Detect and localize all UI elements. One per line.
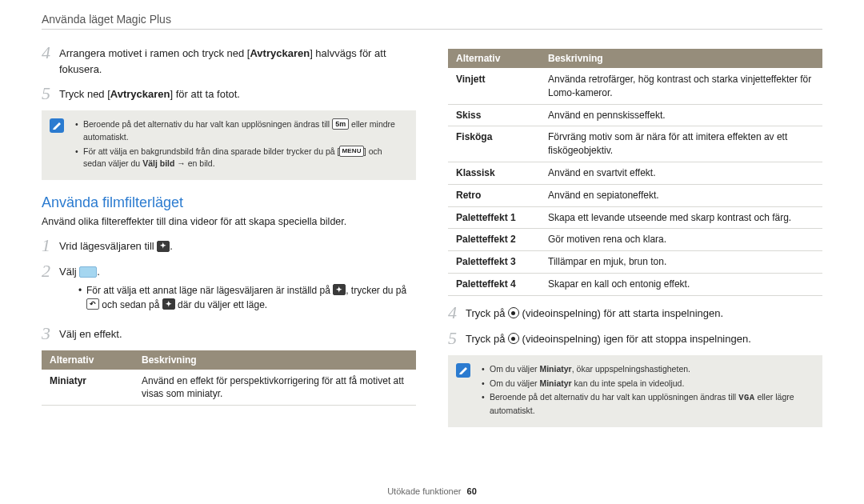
option-desc: Förvräng motiv som är nära för att imite…: [540, 126, 822, 162]
menu-button-icon: MENU: [339, 146, 363, 157]
bold: Miniatyr: [539, 378, 571, 388]
options-table-left: Alternativ Beskrivning Miniatyr Använd e…: [42, 350, 416, 406]
table-row: RetroAnvänd en sepiatoneffekt.: [448, 184, 822, 206]
film-filter-mode-icon: [79, 266, 97, 278]
col-header: Beskrivning: [134, 350, 416, 370]
step-number: 1: [42, 237, 59, 254]
step-5-right: 5 Tryck på (videoinspelning) igen för at…: [448, 330, 822, 347]
text: kan du inte spela in videoljud.: [572, 378, 685, 388]
option-desc: Använd en svartvit effekt.: [540, 162, 822, 184]
text: Tryck ned [: [59, 88, 110, 100]
option-desc: Använd en sepiatoneffekt.: [540, 184, 822, 206]
text: och sedan på: [99, 299, 162, 310]
bold: Avtryckaren: [250, 47, 310, 59]
text: Tryck på: [466, 307, 508, 319]
option-name: Vinjett: [448, 69, 540, 105]
text: Beroende på det alternativ du har valt k…: [490, 392, 738, 402]
col-header: Alternativ: [42, 350, 134, 370]
section-heading: Använda filmfilterläget: [42, 194, 416, 211]
back-button-icon: ↶: [86, 298, 99, 310]
page-number: 60: [467, 486, 477, 496]
note-line: Beroende på det alternativ du har valt k…: [482, 391, 813, 418]
note-line: Om du väljer Miniatyr kan du inte spela …: [482, 378, 813, 390]
resolution-chip-icon: 5m: [332, 118, 349, 130]
record-button-icon: [508, 333, 519, 344]
note-icon: [456, 363, 470, 378]
table-row: VinjettAnvända retrofärger, hög kontrast…: [448, 69, 822, 105]
step-text: Arrangera motivet i ramen och tryck ned …: [59, 44, 416, 77]
option-name: Paletteffekt 1: [448, 206, 540, 229]
table-row: Paletteffekt 1Skapa ett levande utseende…: [448, 206, 822, 229]
option-name: Skiss: [448, 104, 540, 126]
text: Arrangera motivet i ramen och tryck ned …: [59, 47, 250, 59]
bold: Avtryckaren: [110, 88, 170, 100]
option-desc: Använda retrofärger, hög kontrast och st…: [540, 69, 822, 105]
step-5-left: 5 Tryck ned [Avtryckaren] för att ta fot…: [42, 85, 416, 102]
text: , trycker du på: [346, 285, 406, 296]
text: Välj: [59, 266, 79, 278]
step-1: 1 Vrid lägesväljaren till ✦.: [42, 237, 416, 254]
option-desc: Använd en effekt för perspektivkorrigeri…: [134, 370, 416, 406]
text: (videoinspelning) för att starta inspeln…: [519, 307, 723, 319]
option-desc: Skapar en kall och entonig effekt.: [540, 273, 822, 295]
option-name: Fisköga: [448, 126, 540, 162]
text: ] för att ta fotot.: [170, 88, 240, 100]
table-row: KlassiskAnvänd en svartvit effekt.: [448, 162, 822, 184]
text: där du väljer ett läge.: [175, 299, 267, 310]
table-row: Paletteffekt 4Skapar en kall och entonig…: [448, 273, 822, 295]
option-desc: Använd en pennskisseffekt.: [540, 104, 822, 126]
step-number: 5: [42, 85, 59, 102]
col-header: Alternativ: [448, 49, 540, 69]
step-text: Tryck på (videoinspelning) igen för att …: [466, 330, 822, 347]
section-subtext: Använd olika filtereffekter till dina vi…: [42, 216, 416, 227]
text: , ökar uppspelningshastigheten.: [572, 364, 690, 374]
step-number: 4: [448, 304, 466, 322]
step-2: 2 Välj . För att välja ett annat läge nä…: [42, 262, 416, 317]
step-text: Vrid lägesväljaren till ✦.: [59, 237, 416, 254]
option-name: Retro: [448, 184, 540, 206]
sub-bullet: För att välja ett annat läge när lägesvä…: [78, 283, 416, 312]
option-desc: Gör motiven rena och klara.: [540, 229, 822, 251]
note-box-2: Om du väljer Miniatyr, ökar uppspelnings…: [448, 355, 822, 427]
step-4-right: 4 Tryck på (videoinspelning) för att sta…: [448, 304, 822, 322]
bold: Välj bild: [142, 158, 174, 168]
step-3: 3 Välj en effekt.: [42, 325, 416, 342]
option-name: Paletteffekt 3: [448, 251, 540, 274]
table-row: Paletteffekt 3Tillämpar en mjuk, brun to…: [448, 251, 822, 274]
option-name: Miniatyr: [42, 370, 134, 406]
text: Tryck på: [466, 333, 508, 345]
step-text: Tryck ned [Avtryckaren] för att ta fotot…: [59, 85, 416, 102]
text: För att välja ett annat läge när lägesvä…: [86, 285, 333, 296]
text: → en bild.: [174, 158, 214, 168]
mode-dial-icon: ✦: [333, 284, 346, 295]
option-name: Paletteffekt 2: [448, 229, 540, 251]
content-columns: 4 Arrangera motivet i ramen och tryck ne…: [42, 44, 822, 440]
note-line: För att välja en bakgrundsbild från dina…: [75, 146, 406, 171]
table-row: Miniatyr Använd en effekt för perspektiv…: [42, 370, 416, 406]
vga-resolution-icon: VGA: [738, 393, 754, 402]
breadcrumb-header: Använda läget Magic Plus: [42, 13, 822, 30]
table-row: SkissAnvänd en pennskisseffekt.: [448, 104, 822, 126]
text: Om du väljer: [490, 364, 539, 374]
note-line: Beroende på det alternativ du har valt k…: [75, 118, 406, 144]
note-box-1: Beroende på det alternativ du har valt k…: [42, 110, 416, 180]
step-number: 2: [42, 262, 59, 280]
mode-select-icon: ✦: [162, 298, 175, 310]
option-desc: Tillämpar en mjuk, brun ton.: [540, 251, 822, 274]
text: För att välja en bakgrundsbild från dina…: [83, 146, 339, 156]
option-name: Klassisk: [448, 162, 540, 184]
right-column: Alternativ Beskrivning VinjettAnvända re…: [448, 44, 822, 440]
text: Beroende på det alternativ du har valt k…: [83, 119, 332, 129]
step-number: 5: [448, 330, 466, 347]
step-4-left: 4 Arrangera motivet i ramen och tryck ne…: [42, 44, 416, 77]
step-text: Välj . För att välja ett annat läge när …: [59, 262, 416, 317]
mode-dial-icon: ✦: [157, 241, 170, 252]
step-number: 3: [42, 325, 59, 342]
table-row: Paletteffekt 2Gör motiven rena och klara…: [448, 229, 822, 251]
option-name: Paletteffekt 4: [448, 273, 540, 295]
text: Om du väljer: [490, 378, 539, 388]
text: Vrid lägesväljaren till: [59, 240, 157, 252]
record-button-icon: [508, 307, 519, 318]
bold: Miniatyr: [539, 364, 571, 374]
options-table-right: Alternativ Beskrivning VinjettAnvända re…: [448, 49, 822, 296]
